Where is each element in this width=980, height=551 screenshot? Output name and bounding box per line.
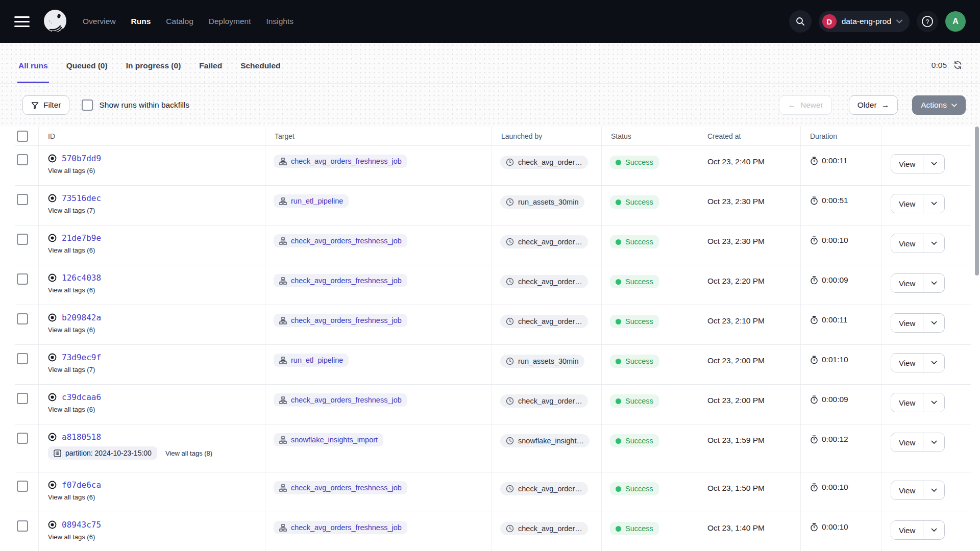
newer-button[interactable]: ←Newer [779,95,831,115]
view-button[interactable]: View [891,393,923,412]
view-all-tags-link[interactable]: View all tags (7) [48,366,95,373]
duration-cell: 0:00:51 [801,186,882,225]
run-id-link[interactable]: b209842a [62,313,101,322]
view-dropdown-button[interactable] [923,393,944,412]
launched-by-pill[interactable]: check_avg_order… [500,394,588,408]
view-dropdown-button[interactable] [923,354,944,372]
row-checkbox[interactable] [17,273,28,285]
actions-button[interactable]: Actions [912,95,966,115]
target-job-pill[interactable]: check_avg_orders_freshness_job [274,481,407,494]
show-backfills-checkbox[interactable] [82,99,93,111]
view-button[interactable]: View [891,521,923,539]
help-icon: ? [921,15,934,28]
view-dropdown-button[interactable] [923,314,944,332]
view-dropdown-button[interactable] [923,521,944,539]
nav-item-insights[interactable]: Insights [266,17,293,26]
hamburger-menu-icon[interactable] [14,16,30,27]
launched-by-pill[interactable]: check_avg_order… [500,522,588,535]
table-row: 126c4038 View all tags (6) check_avg_ord… [15,265,971,305]
help-button[interactable]: ? [917,11,938,32]
partition-tag[interactable]: partition: 2024-10-23-15:00 [48,446,157,460]
view-button[interactable]: View [891,155,923,173]
target-job-pill[interactable]: check_avg_orders_freshness_job [274,274,407,287]
target-job-pill[interactable]: snowflake_insights_import [274,433,383,446]
row-checkbox[interactable] [17,481,28,492]
view-button[interactable]: View [891,194,923,213]
row-checkbox[interactable] [17,234,28,245]
view-all-tags-link[interactable]: View all tags (7) [48,207,95,214]
nav-item-runs[interactable]: Runs [131,17,151,26]
status-dot-icon [616,160,621,165]
nav-item-catalog[interactable]: Catalog [166,17,193,26]
view-dropdown-button[interactable] [923,234,944,253]
deployment-switcher[interactable]: D data-eng-prod [819,11,910,32]
vertical-scrollbar[interactable] [975,127,979,276]
search-button[interactable] [789,10,812,33]
tab-queued[interactable]: Queued (0) [65,48,109,83]
nav-item-deployment[interactable]: Deployment [209,17,251,26]
view-dropdown-button[interactable] [923,155,944,173]
view-all-tags-link[interactable]: View all tags (6) [48,493,95,501]
view-all-tags-link[interactable]: View all tags (6) [48,167,95,174]
table-row: a8180518 partition: 2024-10-23-15:00 Vie… [15,424,971,472]
run-id-link[interactable]: 21de7b9e [62,233,101,243]
target-job-pill[interactable]: check_avg_orders_freshness_job [274,521,407,534]
target-job-pill[interactable]: check_avg_orders_freshness_job [274,234,407,247]
dagster-logo-icon[interactable] [43,9,67,34]
view-dropdown-button[interactable] [923,433,944,452]
tab-in-progress[interactable]: In progress (0) [125,48,182,83]
row-checkbox[interactable] [17,194,28,205]
view-button[interactable]: View [891,354,923,372]
view-all-tags-link[interactable]: View all tags (6) [48,326,95,334]
launched-by-pill[interactable]: run_assets_30min [500,355,584,368]
tab-scheduled[interactable]: Scheduled [239,48,281,83]
view-all-tags-link[interactable]: View all tags (6) [48,406,95,413]
view-all-tags-link[interactable]: View all tags (8) [165,449,212,457]
view-button[interactable]: View [891,481,923,499]
run-id-link[interactable]: 73d9ec9f [62,353,101,362]
launched-by-pill[interactable]: check_avg_order… [500,482,588,495]
row-checkbox[interactable] [17,433,28,444]
view-all-tags-link[interactable]: View all tags (6) [48,286,95,294]
view-button[interactable]: View [891,314,923,332]
row-checkbox[interactable] [17,353,28,364]
target-job-pill[interactable]: run_etl_pipeline [274,354,349,367]
target-job-pill[interactable]: run_etl_pipeline [274,194,349,208]
run-id-link[interactable]: 73516dec [62,193,101,203]
row-checkbox[interactable] [17,154,28,165]
view-dropdown-button[interactable] [923,194,944,213]
select-all-checkbox[interactable] [17,131,28,142]
run-id-link[interactable]: a8180518 [62,432,101,442]
tab-failed[interactable]: Failed [198,48,223,83]
nav-item-overview[interactable]: Overview [83,17,116,26]
run-id-link[interactable]: f07de6ca [62,480,101,490]
row-checkbox[interactable] [17,393,28,404]
run-id-link[interactable]: c39dcaa6 [62,392,101,402]
target-job-pill[interactable]: check_avg_orders_freshness_job [274,393,407,407]
target-job-pill[interactable]: check_avg_orders_freshness_job [274,314,407,327]
launched-by-pill[interactable]: check_avg_order… [500,235,588,248]
row-checkbox[interactable] [17,313,28,324]
row-checkbox[interactable] [17,520,28,532]
launched-by-pill[interactable]: check_avg_order… [500,275,588,288]
view-button[interactable]: View [891,234,923,253]
older-button[interactable]: Older→ [849,95,898,115]
launched-by-pill[interactable]: check_avg_order… [500,156,588,169]
launched-by-pill[interactable]: snowflake_insight… [500,434,590,447]
view-all-tags-link[interactable]: View all tags (6) [48,533,95,541]
launched-by-pill[interactable]: check_avg_order… [500,315,588,328]
target-job-pill[interactable]: check_avg_orders_freshness_job [274,155,407,168]
run-id-link[interactable]: 126c4038 [62,273,101,283]
run-id-link[interactable]: 570b7dd9 [62,154,101,163]
refresh-icon[interactable] [953,60,963,70]
view-button[interactable]: View [891,433,923,452]
filter-button[interactable]: Filter [22,95,69,115]
launched-by-pill[interactable]: run_assets_30min [500,195,584,209]
view-all-tags-link[interactable]: View all tags (6) [48,246,95,254]
tab-all-runs[interactable]: All runs [17,48,49,83]
view-button[interactable]: View [891,274,923,292]
run-id-link[interactable]: 08943c75 [62,520,101,530]
view-dropdown-button[interactable] [923,481,944,499]
user-avatar[interactable]: A [945,11,966,32]
view-dropdown-button[interactable] [923,274,944,292]
